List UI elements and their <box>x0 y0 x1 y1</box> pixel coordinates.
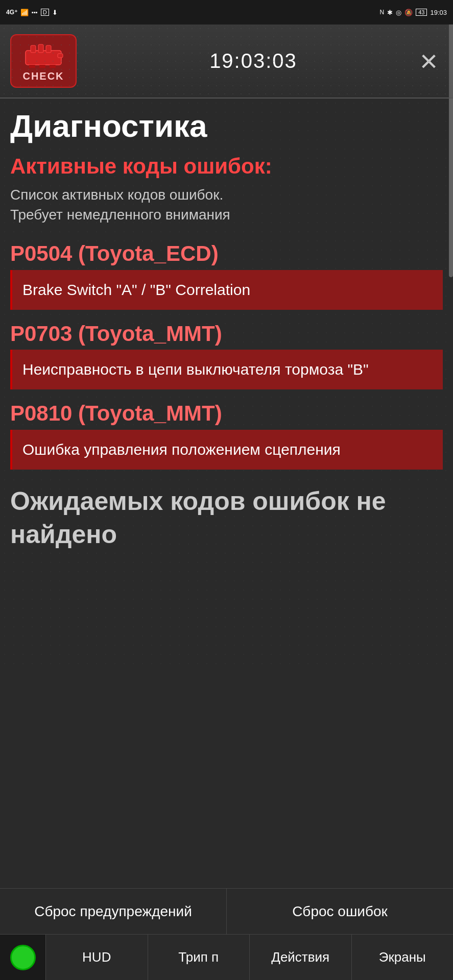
trip-button[interactable]: Трип п <box>148 935 250 980</box>
svg-rect-2 <box>38 44 43 53</box>
error-code-1-title: P0504 (Toyota_ECD) <box>10 240 443 268</box>
pending-title: Ожидаемых кодов ошибок не найдено <box>10 485 443 551</box>
pending-section: Ожидаемых кодов ошибок не найдено <box>10 485 443 551</box>
hud-button[interactable]: HUD <box>46 935 148 980</box>
top-bar: CHECK 19:03:03 × <box>0 24 453 99</box>
actions-button[interactable]: Действия <box>250 935 352 980</box>
signal-strength-icon: 📶 <box>20 9 29 16</box>
error-code-2-title: P0703 (Toyota_MMT) <box>10 320 443 348</box>
battery-icon: 43 <box>416 9 427 16</box>
error-code-1-description: Brake Switch "A" / "B" Correlation <box>10 270 443 310</box>
green-circle-icon <box>10 945 36 970</box>
reset-warnings-button[interactable]: Сброс предупреждений <box>0 889 227 934</box>
signal-strength-2-icon: ▪▪▪ <box>32 9 38 15</box>
nfc-icon: N <box>380 9 385 16</box>
error-code-2-description: Неисправность в цепи выключателя тормоза… <box>10 350 443 389</box>
svg-rect-3 <box>46 45 51 53</box>
svg-rect-1 <box>31 45 36 53</box>
d-icon: D <box>41 9 49 16</box>
content-scrollbar[interactable] <box>449 99 453 277</box>
status-bar-right: N ✱ ◎ 🔕 43 19:03 <box>380 9 447 16</box>
screens-button[interactable]: Экраны <box>352 935 454 980</box>
status-bar: 4G⁺ 📶 ▪▪▪ D ⬇ N ✱ ◎ 🔕 43 19:03 <box>0 0 453 24</box>
timestamp-display: 19:03:03 <box>92 50 415 72</box>
check-engine-icon: CHECK <box>10 34 77 88</box>
close-button[interactable]: × <box>415 46 443 77</box>
main-content: Диагностика Активные коды ошибок: Список… <box>0 99 453 669</box>
download-icon: ⬇ <box>52 9 58 16</box>
svg-rect-7 <box>50 65 56 68</box>
time-display: 19:03 <box>430 9 447 16</box>
svg-rect-0 <box>26 51 61 65</box>
engine-svg-icon <box>23 40 64 68</box>
svg-rect-6 <box>39 65 45 68</box>
status-bar-left: 4G⁺ 📶 ▪▪▪ D ⬇ <box>6 9 58 16</box>
error-code-3-description: Ошибка управления положением сцепления <box>10 430 443 470</box>
network-type-icon: 4G⁺ <box>6 9 17 16</box>
svg-rect-5 <box>29 65 35 68</box>
bell-off-icon: 🔕 <box>404 9 413 16</box>
svg-rect-4 <box>58 54 63 58</box>
reset-errors-button[interactable]: Сброс ошибок <box>227 889 453 934</box>
location-icon: ◎ <box>396 9 401 16</box>
status-dot-button[interactable] <box>0 935 46 980</box>
page-title: Диагностика <box>10 109 443 143</box>
error-code-3-title: P0810 (Toyota_MMT) <box>10 400 443 428</box>
scroll-indicator <box>449 24 453 97</box>
active-codes-title: Активные коды ошибок: <box>10 154 443 179</box>
bluetooth-icon: ✱ <box>387 9 393 16</box>
bottom-bar: Сброс предупреждений Сброс ошибок HUD Тр… <box>0 888 453 980</box>
active-codes-subtitle: Список активных кодов ошибок.Требует нем… <box>10 185 443 225</box>
action-row: Сброс предупреждений Сброс ошибок <box>0 888 453 934</box>
nav-row: HUD Трип п Действия Экраны <box>0 934 453 980</box>
check-label: CHECK <box>22 70 64 82</box>
